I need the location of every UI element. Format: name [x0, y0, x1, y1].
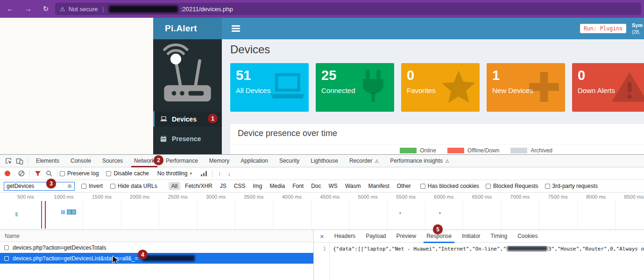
- checkbox-3rd-party-requests[interactable]: 3rd-party requests: [545, 183, 598, 189]
- response-content: 1 {"data":[["laptop","Net - Huawei","Int…: [314, 243, 644, 280]
- details-tab-cookies[interactable]: Cookies: [512, 230, 543, 243]
- legend-label: Offline/Down: [467, 147, 499, 154]
- filter-chip-fetch-xhr[interactable]: Fetch/XHR: [182, 182, 215, 190]
- filter-chip-font[interactable]: Font: [290, 182, 306, 190]
- run-plugins-button[interactable]: Run: Plugins: [580, 24, 626, 33]
- timeline-label: 4500 ms: [320, 194, 340, 200]
- filter-chip-manifest[interactable]: Manifest: [365, 182, 392, 190]
- app-logo[interactable]: Pi.Alert: [153, 18, 222, 39]
- devtools-tab-elements[interactable]: Elements: [30, 155, 65, 167]
- filter-chip-media[interactable]: Media: [267, 182, 288, 190]
- stat-card-connected[interactable]: 25Connected: [316, 63, 394, 112]
- sidebar-item-presence[interactable]: Presence: [153, 131, 222, 146]
- back-icon[interactable]: ←: [5, 4, 16, 14]
- divider: [212, 170, 212, 177]
- filter-chip-other[interactable]: Other: [394, 182, 414, 190]
- details-tab-timing[interactable]: Timing: [486, 230, 513, 243]
- filter-chip-img[interactable]: Img: [250, 182, 265, 190]
- network-overview-timeline[interactable]: 500 ms1000 ms1500 ms2000 ms2500 ms3000 m…: [0, 193, 644, 230]
- stat-card-all-devices[interactable]: 51All Devices: [230, 63, 309, 112]
- browser-toolbar: ← → ↻ ⚠ Not secure | :20211/devices.php: [0, 0, 644, 18]
- network-filter-input[interactable]: getDevices ⊗: [4, 182, 75, 191]
- filter-chip-js[interactable]: JS: [217, 182, 229, 190]
- devtools-tab-lighthouse[interactable]: Lighthouse: [305, 155, 344, 167]
- checkbox-blocked-requests[interactable]: Blocked Requests: [486, 183, 538, 189]
- step-1-badge: 1: [208, 114, 218, 123]
- timeline-mark: [71, 209, 76, 215]
- filter-chip-all[interactable]: All: [169, 182, 180, 190]
- tab-label: Application: [241, 158, 268, 164]
- checkbox-label: 3rd-party requests: [552, 183, 598, 189]
- clear-filter-icon[interactable]: ⊗: [67, 183, 72, 189]
- search-icon[interactable]: [43, 169, 55, 178]
- timeline-label: 6000 ms: [434, 194, 453, 200]
- record-network-log-icon[interactable]: [5, 171, 10, 176]
- not-secure-icon[interactable]: ⚠: [60, 6, 65, 13]
- filter-chip-doc[interactable]: Doc: [308, 182, 324, 190]
- tab-label: Performance insights: [390, 158, 443, 164]
- address-bar[interactable]: ⚠ Not secure | :20211/devices.php: [55, 3, 641, 15]
- star-icon: [440, 69, 477, 105]
- network-conditions-icon[interactable]: [198, 169, 210, 178]
- throttling-select[interactable]: No throttling ▾: [157, 170, 192, 177]
- timeline-gridline: [83, 201, 83, 230]
- filter-chip-css[interactable]: CSS: [231, 182, 248, 190]
- import-har-icon[interactable]: ↑: [218, 170, 221, 177]
- filter-icon[interactable]: [32, 169, 43, 178]
- disable-cache-checkbox[interactable]: Disable cache: [106, 170, 149, 177]
- devtools-tab-application[interactable]: Application: [235, 155, 274, 167]
- sidebar: Pi.Alert De: [153, 18, 222, 154]
- details-tab-initiator[interactable]: Initiator: [457, 230, 485, 243]
- filter-type-chips: AllFetch/XHRJSCSSImgMediaFontDocWSWasmMa…: [168, 182, 415, 190]
- stat-card-new-devices[interactable]: 1New Devices: [487, 63, 565, 112]
- timeline-label: 5500 ms: [396, 194, 416, 200]
- devtools-tab-recorder[interactable]: Recorder⚠: [344, 155, 384, 167]
- devtools-tab-performance[interactable]: Performance: [160, 155, 204, 167]
- request-row[interactable]: devices.php?action=getDevicesTotals: [0, 242, 313, 253]
- timeline-label: 2500 ms: [168, 194, 187, 200]
- filter-chip-wasm[interactable]: Wasm: [342, 182, 364, 190]
- timeline-label: 4000 ms: [282, 194, 302, 200]
- checkbox-has-blocked-cookies[interactable]: Has blocked cookies: [420, 183, 479, 189]
- presence-divider: [230, 144, 644, 145]
- filter-extra-checkboxes: Has blocked cookiesBlocked Requests3rd-p…: [420, 183, 604, 189]
- device-toolbar-icon[interactable]: [14, 156, 25, 165]
- timeline-label: 5000 ms: [358, 194, 377, 200]
- inspect-element-icon[interactable]: [3, 156, 14, 165]
- stat-card-down-alerts[interactable]: 0Down Alerts: [572, 63, 644, 112]
- hide-data-urls-checkbox[interactable]: Hide data URLs: [110, 183, 157, 189]
- invert-checkbox[interactable]: Invert: [81, 183, 103, 189]
- legend-item-offline-down: Offline/Down: [447, 147, 499, 154]
- timeline-label: 3000 ms: [206, 194, 226, 200]
- timeline-mark: [67, 209, 71, 215]
- devtools-tab-sources[interactable]: Sources: [97, 155, 128, 167]
- request-checkbox[interactable]: [4, 245, 9, 250]
- request-row[interactable]: devices.php?action=getDevicesList&status…: [0, 253, 313, 264]
- webpage: Pi.Alert De: [0, 18, 644, 154]
- export-har-icon[interactable]: ↓: [227, 170, 231, 177]
- devtools-tab-security[interactable]: Security: [274, 155, 305, 167]
- timeline-gridline: [311, 201, 311, 230]
- requests-table-header[interactable]: Name: [0, 230, 313, 242]
- checkbox-label: Has blocked cookies: [428, 183, 479, 189]
- warning-icon: [611, 69, 644, 105]
- refresh-icon[interactable]: ↻: [40, 4, 51, 14]
- details-tab-preview[interactable]: Preview: [391, 230, 422, 243]
- devtools-tabs: ElementsConsoleSourcesNetworkPerformance…: [30, 155, 455, 167]
- details-tab-payload[interactable]: Payload: [361, 230, 391, 243]
- forward-icon[interactable]: →: [22, 4, 34, 14]
- stat-card-favorites[interactable]: 0Favorites: [401, 63, 480, 112]
- details-tab-headers[interactable]: Headers: [329, 230, 361, 243]
- devtools-tab-memory[interactable]: Memory: [204, 155, 235, 167]
- close-details-icon[interactable]: ×: [314, 232, 329, 240]
- experiment-warning-icon: ⚠: [375, 158, 379, 164]
- timeline-label: 7000 ms: [510, 194, 530, 200]
- menu-toggle-icon[interactable]: [232, 25, 240, 32]
- request-checkbox[interactable]: [4, 256, 9, 261]
- devtools-tab-console[interactable]: Console: [65, 155, 97, 167]
- devtools-tab-performance-insights[interactable]: Performance insights⚠: [384, 155, 455, 167]
- preserve-log-checkbox[interactable]: Preserve log: [60, 170, 99, 177]
- clear-network-log-icon[interactable]: [16, 169, 27, 178]
- devtools-panel: ElementsConsoleSourcesNetworkPerformance…: [0, 154, 644, 280]
- filter-chip-ws[interactable]: WS: [326, 182, 340, 190]
